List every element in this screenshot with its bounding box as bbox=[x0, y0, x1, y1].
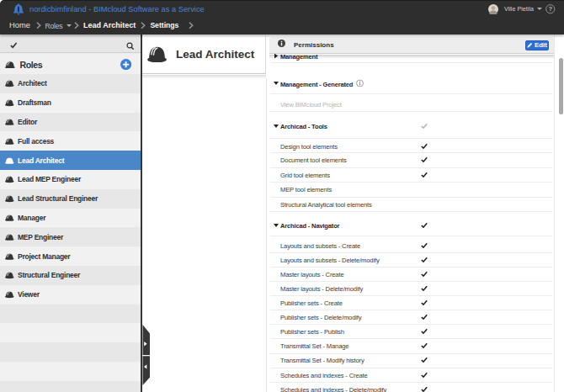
svg-text:?: ? bbox=[548, 5, 552, 13]
